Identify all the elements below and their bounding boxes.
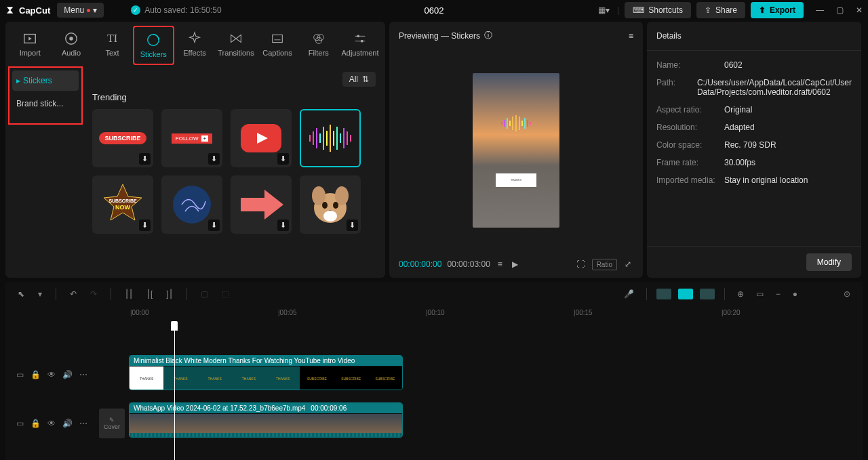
tab-label: Audio — [62, 49, 81, 57]
redo-icon[interactable]: ↷ — [87, 287, 100, 301]
export-button[interactable]: ⬆ Export — [751, 2, 804, 18]
sticker-youtube[interactable]: ⬇ — [231, 109, 292, 167]
timeline-ruler[interactable]: |00:00 |00:05 |00:10 |00:15 |00:20 — [127, 306, 863, 321]
tab-effects[interactable]: Effects — [174, 26, 216, 65]
keyboard-icon: ⌨ — [633, 5, 644, 15]
preview-menu-icon[interactable]: ≡ — [629, 31, 633, 41]
preview-video[interactable]: THANKS — [473, 73, 559, 228]
tab-transitions[interactable]: Transitions — [215, 26, 256, 65]
check-icon: ✓ — [131, 5, 140, 15]
caret-icon: ▸ — [16, 76, 20, 85]
undo-icon[interactable]: ↶ — [67, 287, 79, 301]
preview-title-text: Previewing — Stickers — [399, 31, 480, 41]
sticker-audiowave[interactable] — [300, 109, 361, 167]
share-button[interactable]: ⇪ Share — [696, 2, 745, 18]
tab-label: Stickers — [140, 50, 167, 58]
ungroup-icon[interactable]: ⬚ — [219, 287, 232, 301]
clip-duration: 00:00:09:06 — [311, 404, 347, 412]
mute-icon[interactable]: 🔊 — [62, 419, 73, 428]
svg-text:NOW: NOW — [115, 204, 131, 211]
download-icon[interactable]: ⬇ — [208, 219, 220, 231]
download-icon[interactable]: ⬇ — [208, 153, 220, 165]
maximize-icon[interactable]: ▢ — [836, 5, 844, 15]
download-icon[interactable]: ⬇ — [139, 153, 151, 165]
preview-wave-overlay — [499, 114, 533, 133]
trim-left-icon[interactable]: ⎮[ — [144, 287, 155, 301]
fullscreen-icon[interactable]: ⤢ — [623, 257, 633, 271]
cover-button[interactable]: ✎Cover — [99, 409, 125, 438]
cover-label: Cover — [104, 423, 120, 430]
category-brand[interactable]: Brand stick... — [12, 93, 79, 114]
clip-intro[interactable]: Minimalist Black White Modern Thanks For… — [129, 355, 403, 390]
ratio-button[interactable]: Ratio — [592, 259, 617, 270]
clip-video[interactable]: WhatsApp Video 2024-06-02 at 17.52.23_b7… — [129, 402, 403, 438]
shortcuts-button[interactable]: ⌨ Shortcuts — [625, 2, 691, 18]
minimize-icon[interactable]: — — [816, 5, 824, 15]
more-icon[interactable]: ⋯ — [79, 370, 87, 379]
zoom-out-icon[interactable]: − — [773, 287, 783, 301]
tab-filters[interactable]: Filters — [298, 26, 339, 65]
playhead-handle[interactable] — [171, 321, 178, 331]
sticker-dog[interactable]: ⬇ — [300, 175, 361, 234]
sticker-follow[interactable]: FOLLOW+⬇ — [161, 109, 222, 167]
preview-thanks-card: THANKS — [496, 173, 536, 187]
info-icon[interactable]: ⓘ — [484, 30, 492, 41]
sticker-arrow[interactable]: ⬇ — [231, 175, 292, 234]
crop-icon[interactable]: ⛶ — [574, 257, 587, 271]
play-icon[interactable]: ▶ — [510, 257, 520, 271]
app-logo: CapCut — [5, 5, 50, 16]
eye-icon[interactable]: 👁 — [47, 419, 56, 428]
group-icon[interactable]: ▢ — [198, 287, 211, 301]
filter-icon: ⇅ — [362, 75, 369, 84]
download-icon[interactable]: ⬇ — [139, 219, 151, 231]
prev-frame-icon[interactable]: ≡ — [496, 257, 505, 271]
tool-dropdown-icon[interactable]: ▾ — [35, 287, 45, 301]
align-icon[interactable]: ⊕ — [734, 287, 747, 301]
download-icon[interactable]: ⬇ — [347, 219, 358, 231]
category-label: Stickers — [23, 76, 52, 85]
preview-panel: Previewing — Stickersⓘ ≡ THANKS 00:00:00… — [389, 22, 643, 278]
tab-audio[interactable]: Audio — [51, 26, 92, 65]
snap-3[interactable] — [700, 289, 715, 299]
menu-button[interactable]: Menu ▾ — [57, 3, 104, 18]
sticker-electric[interactable]: ⬇ — [161, 175, 222, 234]
category-stickers[interactable]: ▸Stickers — [12, 70, 79, 91]
snap-1[interactable] — [656, 289, 671, 299]
sticker-subscribe-star[interactable]: SUBSCRIBENOW⬇ — [92, 175, 153, 234]
modify-button[interactable]: Modify — [806, 253, 852, 271]
stickers-icon — [146, 33, 161, 47]
trim-right-icon[interactable]: ]⎮ — [163, 287, 175, 301]
svg-point-34 — [333, 202, 338, 209]
lock-icon[interactable]: 🔒 — [31, 370, 41, 379]
ruler-tick: |00:05 — [278, 309, 297, 316]
more-icon[interactable]: ⋯ — [79, 419, 87, 428]
edit-icon: ✎ — [109, 417, 115, 423]
sticker-subscribe[interactable]: SUBSCRIBE⬇ — [92, 109, 153, 167]
snap-2[interactable] — [678, 289, 693, 299]
tab-captions[interactable]: Captions — [257, 26, 298, 65]
close-icon[interactable]: ✕ — [856, 5, 863, 15]
mute-icon[interactable]: 🔊 — [62, 370, 73, 379]
tab-import[interactable]: Import — [9, 26, 51, 65]
layout-icon[interactable]: ▦▾ — [596, 3, 612, 17]
filter-all-button[interactable]: All⇅ — [342, 72, 376, 87]
split-icon[interactable]: ⎮⎮ — [122, 287, 136, 301]
eye-icon[interactable]: 👁 — [47, 370, 56, 379]
sticker-content: All⇅ Trending SUBSCRIBE⬇ FOLLOW+⬇ ⬇ SUBS… — [83, 65, 385, 278]
expand-icon[interactable]: ▭ — [16, 419, 24, 428]
tab-stickers[interactable]: Stickers — [133, 26, 174, 65]
track-view-icon[interactable]: ▭ — [753, 287, 766, 301]
download-icon[interactable]: ⬇ — [277, 153, 289, 165]
lock-icon[interactable]: 🔒 — [31, 419, 41, 428]
tab-text[interactable]: TIText — [92, 26, 133, 65]
playhead[interactable] — [174, 321, 175, 460]
detail-resolution: Resolution:Adapted — [656, 123, 852, 132]
zoom-slider-icon[interactable]: ● — [790, 287, 800, 301]
download-icon[interactable]: ⬇ — [277, 219, 289, 231]
pointer-tool-icon[interactable]: ⬉ — [15, 287, 27, 301]
expand-icon[interactable]: ▭ — [16, 370, 24, 379]
mic-icon[interactable]: 🎤 — [621, 287, 637, 301]
clip-label-text: Minimalist Black White Modern Thanks For… — [134, 357, 355, 364]
tab-adjustment[interactable]: Adjustment — [339, 26, 381, 65]
zoom-fit-icon[interactable]: ⊙ — [841, 287, 853, 301]
